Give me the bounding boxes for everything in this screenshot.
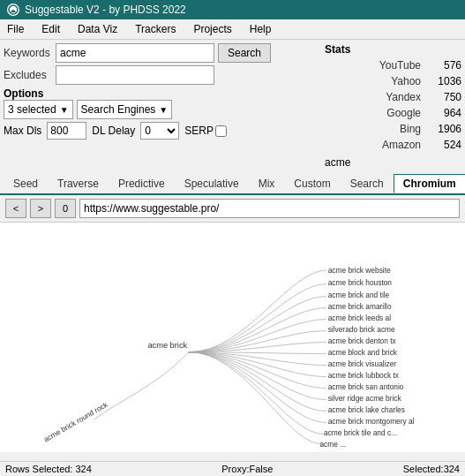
stat-yandex-label: Yandex <box>377 89 421 105</box>
stat-yahoo: Yahoo 1036 <box>325 73 461 89</box>
suggestion-8: acme brick visualizer <box>328 359 397 368</box>
suggestion-2: acme brick and tile <box>328 291 390 299</box>
main-area: Keywords Search Excludes Options 3 selec… <box>0 40 465 172</box>
titlebar: Suggestable V2 - by PHDSS 2022 <box>0 0 465 19</box>
suggestion-0: acme brick website <box>328 266 391 275</box>
tab-chromium[interactable]: Chromium <box>394 174 465 193</box>
suggestion-10: acme brick san antonio <box>328 382 404 391</box>
suggestion-3: acme brick amarillo <box>328 302 392 311</box>
suggestion-13: acme brick montgomery al <box>328 417 415 426</box>
menu-trackers[interactable]: Trackers <box>131 21 179 37</box>
menu-file[interactable]: File <box>4 21 27 37</box>
stat-youtube-label: YouTube <box>377 57 421 73</box>
tab-search[interactable]: Search <box>341 174 394 193</box>
search-button[interactable]: Search <box>218 43 271 63</box>
options-row1: 3 selected ▼ Search Engines ▼ <box>4 100 321 119</box>
url-input[interactable] <box>79 199 460 218</box>
serp-checkbox[interactable] <box>215 125 227 137</box>
options-row2: Max Dls DL Delay 0 1 2 SERP <box>4 122 321 140</box>
search-engines-dropdown[interactable]: Search Engines ▼ <box>77 100 173 119</box>
stat-google-label: Google <box>377 105 421 121</box>
menu-projects[interactable]: Projects <box>190 21 235 37</box>
stat-bing-label: Bing <box>377 121 421 137</box>
stat-amazon-value: 524 <box>426 137 461 153</box>
rows-selected-status: Rows Selected: 324 <box>5 464 92 474</box>
menu-help[interactable]: Help <box>246 21 275 37</box>
max-dls-input[interactable] <box>47 122 86 140</box>
suggestion-1: acme brick houston <box>328 278 393 287</box>
stat-yandex-value: 750 <box>426 89 461 105</box>
tab-mix[interactable]: Mix <box>249 174 285 193</box>
selected-arrow-icon: ▼ <box>60 105 69 115</box>
browser-bar: < > 0 <box>0 195 465 223</box>
tab-custom[interactable]: Custom <box>284 174 340 193</box>
forward-button[interactable]: > <box>30 199 51 218</box>
tab-traverse[interactable]: Traverse <box>48 174 109 193</box>
search-engines-arrow-icon: ▼ <box>159 105 168 115</box>
back-button[interactable]: < <box>5 199 26 218</box>
branch-node-label: acme brick round rock <box>42 399 110 443</box>
excludes-input[interactable] <box>56 65 214 85</box>
stats-acme-label: acme <box>325 156 461 169</box>
stat-yandex: Yandex 750 <box>325 89 461 105</box>
stats-title: Stats <box>325 43 461 56</box>
menu-edit[interactable]: Edit <box>38 21 64 37</box>
suggestion-6: acme brick denton tx <box>328 336 397 345</box>
stat-yahoo-value: 1036 <box>426 73 461 89</box>
viz-area: acme brick website acme brick houston ac… <box>0 223 465 452</box>
suggestion-15: acme ... <box>319 440 346 449</box>
selected-dropdown[interactable]: 3 selected ▼ <box>4 100 73 119</box>
search-engines-text: Search Engines <box>81 103 156 116</box>
max-dls-label: Max Dls <box>4 125 41 137</box>
keywords-row: Keywords Search <box>4 43 321 63</box>
keywords-input[interactable] <box>56 43 214 63</box>
stat-google-value: 964 <box>426 105 461 121</box>
form-area: Keywords Search Excludes Options 3 selec… <box>4 43 321 169</box>
stop-button[interactable]: 0 <box>55 199 76 218</box>
excludes-label: Excludes <box>4 69 52 81</box>
tab-seed[interactable]: Seed <box>4 174 48 193</box>
selected-count-status: Selected:324 <box>403 464 460 474</box>
app-icon <box>7 4 19 16</box>
menu-dataviz[interactable]: Data Viz <box>74 21 121 37</box>
serp-check-row: SERP <box>184 125 227 137</box>
selected-text: 3 selected <box>8 103 56 116</box>
serp-label: SERP <box>184 125 214 137</box>
dl-delay-select[interactable]: 0 1 2 <box>140 122 179 140</box>
center-node-label: acme brick <box>147 341 187 350</box>
tree-visualization: acme brick website acme brick houston ac… <box>0 223 465 452</box>
options-label-row: Options <box>4 87 321 100</box>
app-title: Suggestable V2 - by PHDSS 2022 <box>25 4 186 16</box>
stat-amazon: Amazon 524 <box>325 137 461 153</box>
dl-delay-label: DL Delay <box>92 125 135 137</box>
menubar: File Edit Data Viz Trackers Projects Hel… <box>0 19 465 40</box>
options-label: Options <box>4 87 43 100</box>
stat-youtube-value: 576 <box>426 57 461 73</box>
stat-youtube: YouTube 576 <box>325 57 461 73</box>
suggestion-11: silver ridge acme brick <box>328 394 402 403</box>
tabs-area: Seed Traverse Predictive Speculative Mix… <box>0 174 465 195</box>
stat-yahoo-label: Yahoo <box>377 73 421 89</box>
suggestion-5: silverado brick acme <box>328 325 395 334</box>
suggestion-7: acme block and brick <box>328 348 398 357</box>
suggestion-14: acme brick tile and c... <box>324 428 397 437</box>
statusbar: Rows Selected: 324 Proxy:False Selected:… <box>0 461 465 476</box>
stat-bing-value: 1906 <box>426 121 461 137</box>
suggestion-9: acme brick lubbock tx <box>328 371 400 380</box>
stat-bing: Bing 1906 <box>325 121 461 137</box>
suggestion-4: acme brick leeds al <box>328 314 392 322</box>
tab-predictive[interactable]: Predictive <box>109 174 175 193</box>
keywords-label: Keywords <box>4 47 52 59</box>
excludes-row: Excludes <box>4 65 321 85</box>
stat-google: Google 964 <box>325 105 461 121</box>
stat-amazon-label: Amazon <box>377 137 421 153</box>
proxy-status: Proxy:False <box>221 464 273 474</box>
stats-area: Stats YouTube 576 Yahoo 1036 Yandex 750 … <box>325 43 461 169</box>
tab-speculative[interactable]: Speculative <box>175 174 249 193</box>
suggestion-12: acme brick lake charles <box>328 405 405 414</box>
